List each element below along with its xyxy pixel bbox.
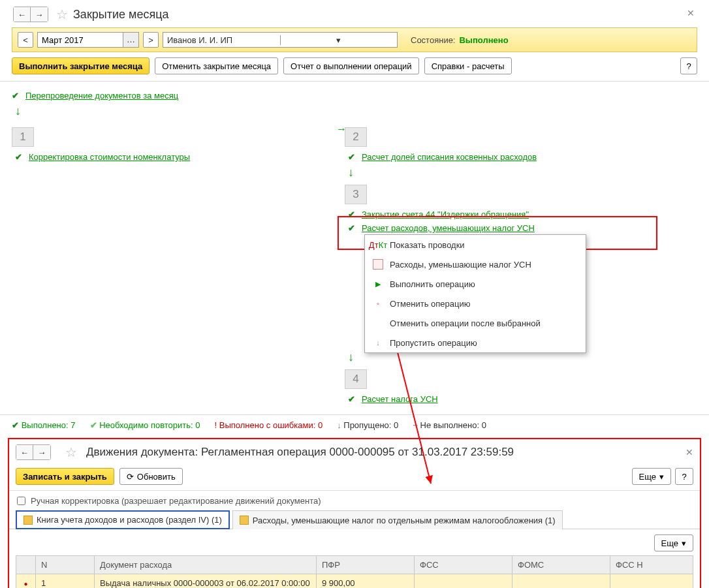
cancel-closing-button[interactable]: Отменить закрытие месяца bbox=[155, 57, 278, 74]
references-button[interactable]: Справки - расчеты bbox=[424, 57, 512, 74]
check-icon: ✔ bbox=[12, 91, 19, 101]
errors-count: 0 bbox=[318, 420, 323, 430]
cell-foms bbox=[512, 574, 610, 589]
period-next-button[interactable]: > bbox=[143, 32, 159, 48]
movements-table: N Документ расхода ПФР ФСС ФОМС ФСС Н ● … bbox=[16, 555, 693, 588]
table-area: Еще ▾ N Документ расхода ПФР ФСС ФОМС ФС… bbox=[9, 529, 700, 588]
run-closing-button[interactable]: Выполнить закрытие месяца bbox=[12, 57, 150, 74]
cancel-icon: ◦ bbox=[373, 298, 383, 309]
check-icon: ✔ bbox=[15, 152, 22, 162]
repeat-label: Необходимо повторить: bbox=[99, 420, 193, 430]
skipped-count: 0 bbox=[394, 420, 398, 430]
check-icon: ✔ bbox=[348, 394, 355, 404]
repost-row: ✔ Перепроведение документов за месяц bbox=[12, 91, 697, 101]
close-icon[interactable]: ✕ bbox=[687, 8, 695, 18]
filter-bar: < … > Иванов И. И. ИП ▾ Состояние: Выпол… bbox=[12, 27, 697, 52]
repeat-count: 0 bbox=[195, 420, 200, 430]
period-field[interactable]: … bbox=[37, 32, 139, 48]
tab-label: Книга учета доходов и расходов (раздел I… bbox=[37, 515, 222, 525]
section-title: Движения документа: Регламентная операци… bbox=[86, 446, 514, 459]
ledger-icon bbox=[240, 516, 249, 525]
table-more-button[interactable]: Еще ▾ bbox=[654, 534, 693, 551]
menu-cancel-after[interactable]: Отменить операции после выбранной bbox=[365, 313, 586, 333]
period-prev-button[interactable]: < bbox=[18, 32, 33, 48]
manual-edit-row: Ручная корректировка (разрешает редактир… bbox=[9, 491, 700, 510]
step3-item1-link[interactable]: Закрытие счета 44 "Издержки обращения" bbox=[362, 209, 529, 219]
context-menu: ДтКт Показать проводки Расходы, уменьшаю… bbox=[364, 234, 586, 353]
help-button[interactable]: ? bbox=[675, 468, 693, 485]
favorite-icon[interactable]: ☆ bbox=[65, 444, 77, 460]
period-picker-button[interactable]: … bbox=[123, 33, 138, 47]
menu-item-label: Пропустить операцию bbox=[390, 338, 477, 348]
skip-icon: ↓ bbox=[337, 420, 341, 430]
favorite-icon[interactable]: ☆ bbox=[56, 7, 68, 22]
section-toolbar: Записать и закрыть ⟳ Обновить Еще ▾ ? bbox=[9, 464, 700, 491]
manual-edit-checkbox[interactable] bbox=[17, 497, 25, 505]
save-close-button[interactable]: Записать и закрыть bbox=[16, 468, 114, 485]
header-row: ← → ☆ Закрытие месяца ✕ bbox=[0, 0, 709, 27]
cell-fssn bbox=[610, 574, 693, 589]
check-icon: ✔ bbox=[90, 420, 97, 430]
pending-count: 0 bbox=[482, 420, 486, 430]
refresh-label: Обновить bbox=[137, 472, 176, 482]
close-icon[interactable]: ✕ bbox=[685, 447, 693, 457]
chevron-down-icon[interactable]: ▾ bbox=[280, 35, 398, 45]
step-4-badge: 4 bbox=[345, 369, 367, 389]
tab-book-section4[interactable]: Книга учета доходов и расходов (раздел I… bbox=[16, 510, 230, 529]
tab-expenses[interactable]: Расходы, уменьшающие налог по отдельным … bbox=[232, 510, 563, 529]
tab-label: Расходы, уменьшающие налог по отдельным … bbox=[253, 516, 556, 525]
document-icon bbox=[373, 259, 383, 270]
more-button[interactable]: Еще ▾ bbox=[632, 468, 671, 485]
report-button[interactable]: Отчет о выполнении операций bbox=[283, 57, 419, 74]
process-area: ✔ Перепроведение документов за месяц ↓ →… bbox=[0, 82, 709, 414]
manual-edit-label: Ручная корректировка (разрешает редактир… bbox=[31, 496, 321, 506]
col-fss[interactable]: ФСС bbox=[415, 556, 512, 574]
period-input[interactable] bbox=[38, 33, 123, 47]
skipped-label: Пропущено: bbox=[343, 420, 391, 430]
menu-run-op[interactable]: ▶ Выполнить операцию bbox=[365, 274, 586, 294]
col-foms[interactable]: ФОМС bbox=[512, 556, 610, 574]
step4-item1-link[interactable]: Расчет налога УСН bbox=[362, 394, 438, 404]
arrow-down-icon: ↓ bbox=[15, 104, 697, 118]
page-title: Закрытие месяца bbox=[73, 8, 168, 22]
step-3-badge: 3 bbox=[345, 185, 367, 204]
errors-label: Выполнено с ошибками: bbox=[219, 420, 316, 430]
nav-forward-button[interactable]: → bbox=[33, 445, 50, 459]
menu-expenses[interactable]: Расходы, уменьшающие налог УСН bbox=[365, 255, 586, 274]
arrow-down-icon: ↓ bbox=[348, 166, 665, 179]
movements-panel: ← → ☆ Движения документа: Регламентная о… bbox=[8, 438, 701, 588]
cell-n: 1 bbox=[36, 574, 95, 589]
refresh-button[interactable]: ⟳ Обновить bbox=[119, 468, 183, 485]
menu-item-label: Показать проводки bbox=[390, 240, 465, 250]
more-label: Еще bbox=[661, 538, 678, 548]
cell-pfr: 9 900,00 bbox=[317, 574, 415, 589]
check-icon: ✔ bbox=[348, 223, 355, 233]
pending-icon: − bbox=[413, 420, 418, 430]
nav-back-button[interactable]: ← bbox=[14, 7, 31, 22]
col-n[interactable]: N bbox=[36, 556, 95, 574]
col-doc[interactable]: Документ расхода bbox=[95, 556, 317, 574]
step1-item1-link[interactable]: Корректировка стоимости номенклатуры bbox=[29, 152, 190, 162]
menu-cancel-op[interactable]: ◦ Отменить операцию bbox=[365, 294, 586, 313]
table-row[interactable]: ● 1 Выдача наличных 0000-000003 от 06.02… bbox=[16, 574, 693, 589]
col-fssn[interactable]: ФСС Н bbox=[610, 556, 693, 574]
menu-item-label: Расходы, уменьшающие налог УСН bbox=[390, 260, 531, 270]
done-label: Выполнено: bbox=[22, 420, 69, 430]
nav-back-button[interactable]: ← bbox=[16, 445, 33, 459]
step2-item1-link[interactable]: Расчет долей списания косвенных расходов bbox=[362, 152, 537, 162]
check-icon: ✔ bbox=[12, 420, 19, 430]
repost-link[interactable]: Перепроведение документов за месяц bbox=[25, 91, 178, 101]
step3-item2-link[interactable]: Расчет расходов, уменьшающих налог УСН bbox=[362, 223, 535, 233]
status-label: Состояние: bbox=[411, 35, 455, 45]
nav-forward-button[interactable]: → bbox=[31, 7, 48, 22]
cell-doc: Выдача наличных 0000-000003 от 06.02.201… bbox=[95, 574, 317, 589]
more-label: Еще bbox=[639, 472, 656, 482]
col-pfr[interactable]: ПФР bbox=[317, 556, 415, 574]
status-value: Выполнено bbox=[459, 35, 508, 45]
org-select[interactable]: Иванов И. И. ИП ▾ bbox=[163, 32, 398, 48]
help-button[interactable]: ? bbox=[680, 57, 697, 74]
table-header-row: N Документ расхода ПФР ФСС ФОМС ФСС Н bbox=[16, 556, 693, 574]
ledger-icon bbox=[24, 516, 33, 525]
menu-skip-op[interactable]: ↓ Пропустить операцию bbox=[365, 333, 586, 352]
menu-show-entries[interactable]: ДтКт Показать проводки bbox=[365, 235, 586, 255]
